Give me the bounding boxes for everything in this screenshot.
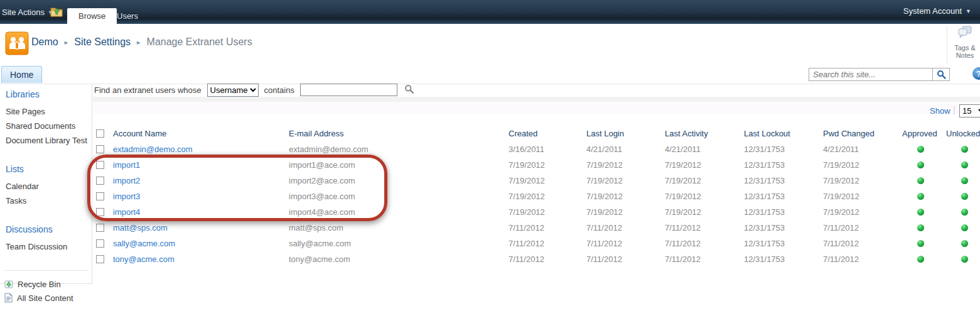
filter-value-input[interactable] [300, 84, 397, 96]
approved-cell [900, 240, 941, 247]
account-link[interactable]: tony@acme.com [113, 254, 175, 264]
sidebar-item-recycle-bin[interactable]: Recycle Bin [0, 277, 92, 291]
row-checkbox[interactable] [96, 239, 104, 248]
last-activity-cell: 7/11/2012 [665, 254, 744, 264]
email-cell: tony@acme.com [289, 254, 509, 264]
pwd-changed-cell: 7/11/2012 [823, 223, 900, 232]
row-checkbox[interactable] [96, 145, 104, 153]
account-menu-label: System Account [903, 6, 962, 16]
select-all-checkbox[interactable] [96, 129, 104, 138]
filter-field-select[interactable]: Username [207, 84, 259, 97]
search-button[interactable] [933, 68, 950, 81]
account-link[interactable]: import2 [113, 176, 140, 185]
sidebar-item-calendar[interactable]: Calendar [0, 179, 92, 194]
table-row: import3import3@ace.com7/19/20127/19/2012… [93, 189, 980, 204]
breadcrumb-site-settings[interactable]: Site Settings [74, 36, 131, 48]
page-size-select[interactable]: 15 [959, 104, 980, 118]
column-header-last-login[interactable]: Last Login [586, 129, 665, 138]
account-link[interactable]: import4 [113, 207, 140, 217]
email-cell: import2@ace.com [289, 176, 509, 185]
last-login-cell: 7/19/2012 [586, 160, 665, 170]
column-header-account-name[interactable]: Account Name [113, 129, 289, 138]
last-lockout-cell: 12/31/1753 [744, 176, 823, 185]
approved-cell [900, 177, 941, 184]
unlocked-cell [941, 193, 980, 200]
row-checkbox-cell [93, 192, 113, 200]
sidebar-section-title-lists[interactable]: Lists [0, 164, 92, 179]
account-link[interactable]: extadmin@demo.com [113, 145, 193, 154]
nav-tab-home[interactable]: Home [1, 66, 42, 83]
filter-contains-label: contains [264, 85, 294, 95]
row-checkbox[interactable] [96, 224, 104, 232]
column-header-unlocked[interactable]: Unlocked [941, 129, 980, 138]
sidebar-section: LibrariesSite PagesShared DocumentsDocum… [0, 89, 92, 148]
approved-cell [900, 224, 941, 231]
table-row: sally@acme.comsally@acme.com7/11/20127/1… [93, 236, 980, 251]
page-title: Manage Extranet Users [147, 36, 252, 48]
top-nav-bar: Home ? [0, 65, 980, 84]
table-row: import2import2@ace.com7/19/20127/19/2012… [93, 173, 980, 189]
pwd-changed-cell: 7/19/2012 [823, 160, 900, 170]
account-name-cell: tony@acme.com [113, 254, 289, 264]
header-checkbox-cell [93, 129, 113, 138]
approved-cell [900, 161, 941, 168]
account-link[interactable]: matt@sps.com [113, 223, 168, 232]
row-checkbox-cell [93, 208, 113, 216]
row-checkbox[interactable] [96, 177, 104, 185]
extranet-user-filter: Find an extranet users whose Username co… [94, 83, 416, 97]
search-input[interactable] [809, 68, 933, 81]
recycle-bin-icon [4, 279, 14, 289]
last-activity-cell: 7/19/2012 [665, 207, 744, 217]
sidebar-item-tasks[interactable]: Tasks [0, 194, 92, 208]
site-logo-icon[interactable] [5, 31, 29, 55]
navigate-up-icon[interactable] [50, 6, 64, 18]
unlocked-cell [941, 209, 980, 216]
column-header-e-mail-address[interactable]: E-mail Address [289, 129, 509, 138]
breadcrumb-separator-icon: ▸ [137, 38, 141, 46]
account-link[interactable]: import1 [113, 160, 140, 170]
sidebar-sections: LibrariesSite PagesShared DocumentsDocum… [0, 89, 92, 254]
table-row: import1import1@ace.com7/19/20127/19/2012… [93, 157, 980, 173]
site-actions-menu[interactable]: Site Actions ▼ [0, 6, 57, 19]
show-link[interactable]: Show [930, 106, 950, 116]
unlocked-status-dot [961, 193, 968, 200]
column-header-approved[interactable]: Approved [900, 129, 941, 138]
row-checkbox[interactable] [96, 161, 104, 169]
pwd-changed-cell: 7/11/2012 [823, 254, 900, 264]
sidebar-item-team-discussion[interactable]: Team Discussion [0, 239, 92, 254]
sidebar-item-shared-documents[interactable]: Shared Documents [0, 119, 92, 133]
sidebar-section-title-discussions[interactable]: Discussions [0, 224, 92, 239]
sidebar-section-title-libraries[interactable]: Libraries [0, 89, 92, 104]
row-checkbox[interactable] [96, 255, 104, 263]
unlocked-cell [941, 161, 980, 168]
row-checkbox-cell [93, 177, 113, 185]
table-row: matt@sps.commatt@sps.com7/11/20127/11/20… [93, 220, 980, 236]
account-menu[interactable]: System Account ▼ [903, 6, 971, 16]
tab-browse-label: Browse [78, 11, 105, 21]
row-checkbox[interactable] [96, 208, 104, 216]
sidebar-item-document-library-test[interactable]: Document Library Test [0, 133, 92, 148]
breadcrumb-separator-icon: ▸ [65, 38, 68, 46]
account-link[interactable]: import3 [113, 192, 140, 201]
tab-users[interactable]: Users [105, 8, 149, 24]
last-login-cell: 7/11/2012 [586, 254, 665, 264]
column-header-pwd-changed[interactable]: Pwd Changed [823, 129, 900, 138]
sidebar-item-all-site-content[interactable]: All Site Content [0, 291, 92, 305]
filter-search-button[interactable] [403, 84, 416, 96]
last-activity-cell: 7/19/2012 [665, 176, 744, 185]
help-icon[interactable]: ? [972, 67, 980, 80]
account-link[interactable]: sally@acme.com [113, 239, 175, 248]
column-header-created[interactable]: Created [509, 129, 586, 138]
email-cell: import1@ace.com [289, 160, 509, 170]
account-name-cell: extadmin@demo.com [113, 145, 289, 154]
email-cell: import3@ace.com [289, 192, 509, 201]
breadcrumb-demo[interactable]: Demo [31, 36, 58, 48]
row-checkbox[interactable] [96, 192, 104, 200]
column-header-last-lockout[interactable]: Last Lockout [744, 129, 823, 138]
email-cell: matt@sps.com [289, 223, 509, 232]
sidebar-item-site-pages[interactable]: Site Pages [0, 104, 92, 119]
tags-notes-button[interactable]: Tags & Notes [950, 25, 979, 64]
account-name-cell: import1 [113, 160, 289, 170]
column-header-last-activity[interactable]: Last Activity [665, 129, 744, 138]
tab-users-label: Users [117, 11, 138, 21]
